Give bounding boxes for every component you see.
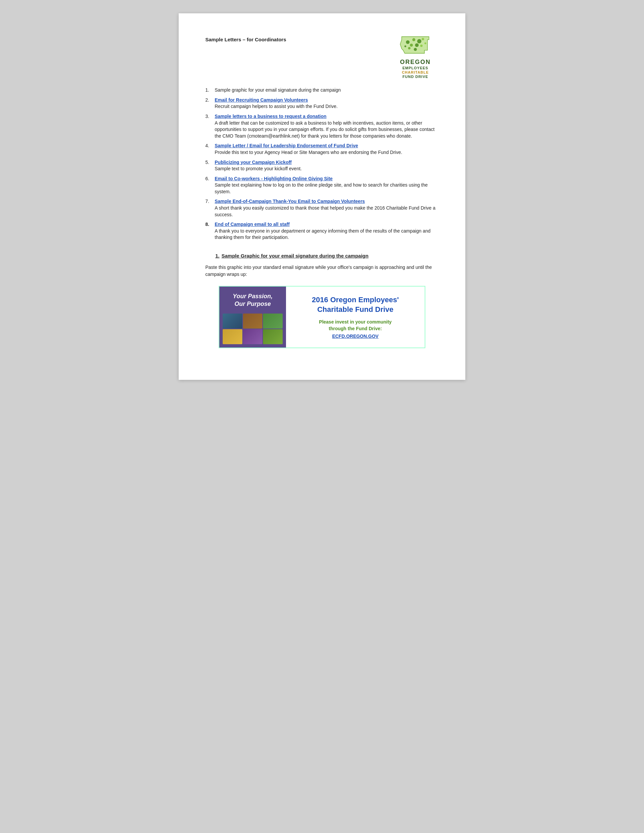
toc-item-6: 6. Email to Co-workers - Highlighting On…	[205, 175, 439, 195]
toc-content-3: Sample letters to a business to request …	[215, 113, 439, 139]
banner-passion-text: Your Passion, Our Purpose	[233, 290, 272, 311]
collage-cell-2	[243, 314, 262, 328]
toc-num-7: 7.	[205, 198, 215, 218]
toc-item-3: 3. Sample letters to a business to reque…	[205, 113, 439, 139]
svg-point-1	[406, 40, 410, 44]
toc-content-2: Email for Recruiting Campaign Volunteers…	[215, 97, 338, 110]
toc-desc-5: Sample text to promote your kickoff even…	[215, 166, 302, 172]
toc-desc-8: A thank you to everyone in your departme…	[215, 228, 439, 241]
toc-desc-3: A draft letter that can be customized to…	[215, 120, 439, 140]
svg-point-6	[415, 43, 419, 47]
collage-cell-4	[223, 329, 242, 344]
toc-link-2[interactable]: Email for Recruiting Campaign Volunteers	[215, 97, 308, 103]
logo-text: OREGON EMPLOYEES CHARITABLE FUND DRIVE	[400, 59, 431, 79]
toc-link-4[interactable]: Sample Letter / Email for Leadership End…	[215, 143, 358, 148]
oregon-logo-icon	[399, 33, 432, 57]
toc-desc-4: Provide this text to your Agency Head or…	[215, 149, 402, 156]
email-signature-banner: Your Passion, Our Purpose 2016 Oregon Em…	[219, 286, 425, 348]
collage-cell-3	[263, 314, 283, 328]
toc-num-6: 6.	[205, 175, 215, 195]
section1-heading: 1.Sample Graphic for your email signatur…	[215, 253, 439, 259]
toc-item-4: 4. Sample Letter / Email for Leadership …	[205, 143, 439, 156]
collage-cell-1	[223, 314, 242, 328]
toc-list: 1. Sample graphic for your email signatu…	[205, 87, 439, 241]
collage-cell-5	[243, 329, 262, 344]
svg-point-9	[414, 48, 417, 51]
toc-num-1: 1.	[205, 87, 215, 93]
toc-link-3[interactable]: Sample letters to a business to request …	[215, 114, 326, 119]
toc-item-2: 2. Email for Recruiting Campaign Volunte…	[205, 97, 439, 110]
svg-point-4	[422, 38, 424, 40]
toc-num-5: 5.	[205, 159, 215, 172]
section1-heading-num: 1.	[215, 253, 220, 259]
banner-left-inner: Your Passion, Our Purpose	[223, 290, 283, 344]
toc-link-6[interactable]: Email to Co-workers - Highlighting Onlin…	[215, 176, 333, 181]
banner-title: 2016 Oregon Employees' Charitable Fund D…	[312, 295, 399, 314]
logo-fund-drive: FUND DRIVE	[400, 75, 431, 79]
section1-body: Paste this graphic into your standard em…	[205, 264, 439, 278]
collage-cell-6	[263, 329, 283, 344]
toc-num-4: 4.	[205, 143, 215, 156]
toc-content-7: Sample End-of-Campaign Thank-You Email t…	[215, 198, 439, 218]
logo-employees: EMPLOYEES	[400, 66, 431, 70]
toc-item-5: 5. Publicizing your Campaign Kickoff Sam…	[205, 159, 439, 172]
toc-desc-2: Recruit campaign helpers to assist you w…	[215, 103, 338, 110]
svg-point-10	[424, 42, 426, 44]
banner-subtitle: Please invest in your community through …	[319, 319, 392, 332]
header-area: Sample Letters – for Coordinators	[205, 33, 439, 79]
svg-point-11	[404, 45, 406, 47]
banner-link[interactable]: ECFD.OREGON.GOV	[332, 333, 378, 339]
svg-point-3	[417, 39, 421, 43]
toc-link-8[interactable]: End of Campaign email to all staff	[215, 222, 290, 227]
banner-collage-grid	[223, 314, 283, 344]
banner-left-panel: Your Passion, Our Purpose	[219, 286, 286, 347]
toc-desc-6: Sample text explaining how to log on to …	[215, 182, 439, 195]
page-container: Sample Letters – for Coordinators	[179, 13, 465, 380]
toc-num-2: 2.	[205, 97, 215, 110]
toc-content-6: Email to Co-workers - Highlighting Onlin…	[215, 175, 439, 195]
toc-content-5: Publicizing your Campaign Kickoff Sample…	[215, 159, 302, 172]
toc-content-8: End of Campaign email to all staff A tha…	[215, 221, 439, 241]
section1-heading-container: 1.Sample Graphic for your email signatur…	[205, 253, 439, 259]
toc-link-5[interactable]: Publicizing your Campaign Kickoff	[215, 159, 291, 165]
toc-link-7[interactable]: Sample End-of-Campaign Thank-You Email t…	[215, 199, 365, 204]
toc-item-1: 1. Sample graphic for your email signatu…	[205, 87, 439, 93]
logo-oregon: OREGON	[400, 59, 431, 66]
page-title-area: Sample Letters – for Coordinators	[205, 33, 287, 42]
toc-desc-7: A short thank you easily customized to t…	[215, 205, 439, 218]
svg-point-7	[420, 45, 423, 47]
toc-item-8: 8. End of Campaign email to all staff A …	[205, 221, 439, 241]
logo-area: OREGON EMPLOYEES CHARITABLE FUND DRIVE	[392, 33, 439, 79]
banner-right-panel: 2016 Oregon Employees' Charitable Fund D…	[286, 286, 425, 347]
logo-charitable: CHARITABLE	[400, 70, 431, 75]
toc-content-1: Sample graphic for your email signature …	[215, 87, 341, 93]
toc-num-8: 8.	[205, 221, 215, 241]
toc-num-3: 3.	[205, 113, 215, 139]
page-title: Sample Letters – for Coordinators	[205, 37, 287, 42]
svg-point-5	[410, 43, 413, 47]
toc-content-4: Sample Letter / Email for Leadership End…	[215, 143, 402, 156]
section1-heading-text: Sample Graphic for your email signature …	[222, 253, 369, 259]
toc-item-7: 7. Sample End-of-Campaign Thank-You Emai…	[205, 198, 439, 218]
svg-point-8	[408, 47, 411, 49]
svg-point-2	[412, 38, 415, 41]
